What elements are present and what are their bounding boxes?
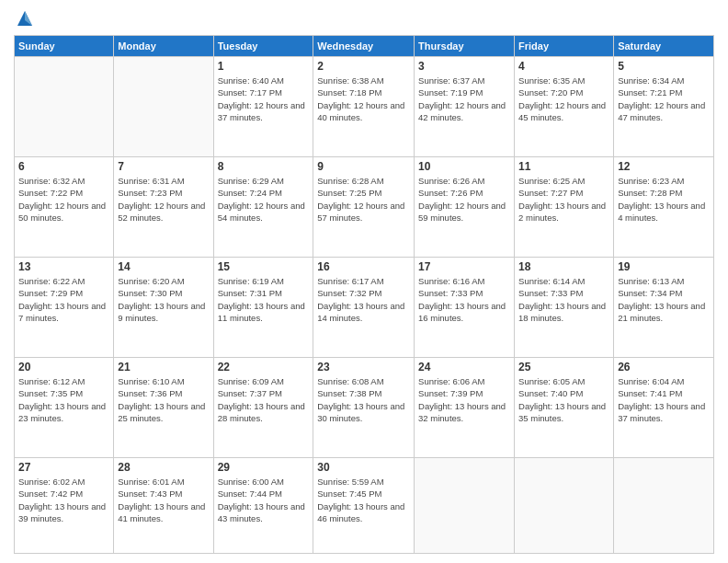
day-info: Sunrise: 6:01 AMSunset: 7:43 PMDaylight:… bbox=[118, 476, 209, 524]
calendar-cell: 17Sunrise: 6:16 AMSunset: 7:33 PMDayligh… bbox=[415, 258, 515, 358]
day-number: 29 bbox=[218, 461, 310, 474]
day-number: 12 bbox=[618, 160, 710, 173]
day-number: 4 bbox=[518, 60, 609, 73]
calendar-header-friday: Friday bbox=[515, 36, 614, 57]
calendar-cell: 2Sunrise: 6:38 AMSunset: 7:18 PMDaylight… bbox=[313, 57, 415, 157]
day-info: Sunrise: 6:25 AMSunset: 7:27 PMDaylight:… bbox=[518, 175, 609, 224]
calendar-cell: 28Sunrise: 6:01 AMSunset: 7:43 PMDayligh… bbox=[114, 458, 213, 554]
day-info: Sunrise: 6:19 AMSunset: 7:31 PMDaylight:… bbox=[218, 275, 310, 324]
calendar-week-0: 1Sunrise: 6:40 AMSunset: 7:17 PMDaylight… bbox=[15, 57, 714, 157]
page: SundayMondayTuesdayWednesdayThursdayFrid… bbox=[0, 0, 728, 563]
calendar-cell: 13Sunrise: 6:22 AMSunset: 7:29 PMDayligh… bbox=[15, 258, 114, 358]
day-number: 26 bbox=[618, 361, 710, 373]
day-info: Sunrise: 6:34 AMSunset: 7:21 PMDaylight:… bbox=[618, 75, 710, 123]
day-number: 17 bbox=[418, 260, 510, 273]
day-number: 14 bbox=[118, 260, 209, 273]
day-info: Sunrise: 6:16 AMSunset: 7:33 PMDaylight:… bbox=[418, 275, 510, 324]
calendar-cell: 3Sunrise: 6:37 AMSunset: 7:19 PMDaylight… bbox=[415, 57, 515, 157]
calendar-cell: 23Sunrise: 6:08 AMSunset: 7:38 PMDayligh… bbox=[313, 358, 415, 458]
day-info: Sunrise: 6:13 AMSunset: 7:34 PMDaylight:… bbox=[618, 275, 710, 324]
day-info: Sunrise: 6:00 AMSunset: 7:44 PMDaylight:… bbox=[218, 476, 310, 524]
calendar-cell: 5Sunrise: 6:34 AMSunset: 7:21 PMDaylight… bbox=[614, 57, 714, 157]
day-number: 28 bbox=[118, 461, 209, 474]
day-number: 11 bbox=[518, 160, 609, 173]
calendar-cell: 18Sunrise: 6:14 AMSunset: 7:33 PMDayligh… bbox=[515, 258, 614, 358]
calendar-cell: 7Sunrise: 6:31 AMSunset: 7:23 PMDaylight… bbox=[114, 157, 213, 258]
day-number: 27 bbox=[18, 461, 109, 474]
calendar-cell: 9Sunrise: 6:28 AMSunset: 7:25 PMDaylight… bbox=[313, 157, 415, 258]
day-number: 16 bbox=[317, 260, 410, 273]
day-info: Sunrise: 6:02 AMSunset: 7:42 PMDaylight:… bbox=[18, 476, 109, 524]
calendar-cell: 26Sunrise: 6:04 AMSunset: 7:41 PMDayligh… bbox=[614, 358, 714, 458]
logo bbox=[14, 9, 34, 28]
day-number: 21 bbox=[118, 361, 209, 373]
day-info: Sunrise: 6:04 AMSunset: 7:41 PMDaylight:… bbox=[618, 375, 710, 424]
calendar-cell: 10Sunrise: 6:26 AMSunset: 7:26 PMDayligh… bbox=[415, 157, 515, 258]
day-info: Sunrise: 6:10 AMSunset: 7:36 PMDaylight:… bbox=[118, 375, 209, 424]
day-info: Sunrise: 6:23 AMSunset: 7:28 PMDaylight:… bbox=[618, 175, 710, 224]
header bbox=[14, 9, 714, 28]
day-number: 25 bbox=[518, 361, 609, 373]
day-info: Sunrise: 6:28 AMSunset: 7:25 PMDaylight:… bbox=[317, 175, 410, 224]
calendar-cell bbox=[15, 57, 114, 157]
calendar-cell: 20Sunrise: 6:12 AMSunset: 7:35 PMDayligh… bbox=[15, 358, 114, 458]
calendar-cell bbox=[415, 458, 515, 554]
day-info: Sunrise: 6:22 AMSunset: 7:29 PMDaylight:… bbox=[18, 275, 109, 324]
calendar-header-wednesday: Wednesday bbox=[313, 36, 415, 57]
calendar-cell: 24Sunrise: 6:06 AMSunset: 7:39 PMDayligh… bbox=[415, 358, 515, 458]
day-info: Sunrise: 6:12 AMSunset: 7:35 PMDaylight:… bbox=[18, 375, 109, 424]
calendar-cell: 8Sunrise: 6:29 AMSunset: 7:24 PMDaylight… bbox=[213, 157, 313, 258]
day-number: 22 bbox=[218, 361, 310, 373]
day-info: Sunrise: 6:17 AMSunset: 7:32 PMDaylight:… bbox=[317, 275, 410, 324]
calendar-cell: 19Sunrise: 6:13 AMSunset: 7:34 PMDayligh… bbox=[614, 258, 714, 358]
calendar-header-thursday: Thursday bbox=[415, 36, 515, 57]
day-number: 15 bbox=[218, 260, 310, 273]
day-number: 9 bbox=[317, 160, 410, 173]
calendar-cell: 4Sunrise: 6:35 AMSunset: 7:20 PMDaylight… bbox=[515, 57, 614, 157]
calendar-header-saturday: Saturday bbox=[614, 36, 714, 57]
calendar-cell: 21Sunrise: 6:10 AMSunset: 7:36 PMDayligh… bbox=[114, 358, 213, 458]
day-number: 2 bbox=[317, 60, 410, 73]
day-number: 13 bbox=[18, 260, 109, 273]
calendar-header-tuesday: Tuesday bbox=[213, 36, 313, 57]
day-info: Sunrise: 6:05 AMSunset: 7:40 PMDaylight:… bbox=[518, 375, 609, 424]
calendar-week-4: 27Sunrise: 6:02 AMSunset: 7:42 PMDayligh… bbox=[15, 458, 714, 554]
calendar-cell bbox=[515, 458, 614, 554]
calendar-header-monday: Monday bbox=[114, 36, 213, 57]
calendar-cell: 25Sunrise: 6:05 AMSunset: 7:40 PMDayligh… bbox=[515, 358, 614, 458]
calendar: SundayMondayTuesdayWednesdayThursdayFrid… bbox=[14, 35, 714, 554]
day-number: 10 bbox=[418, 160, 510, 173]
calendar-cell: 1Sunrise: 6:40 AMSunset: 7:17 PMDaylight… bbox=[213, 57, 313, 157]
day-number: 20 bbox=[18, 361, 109, 373]
day-number: 24 bbox=[418, 361, 510, 373]
day-info: Sunrise: 6:26 AMSunset: 7:26 PMDaylight:… bbox=[418, 175, 510, 224]
day-number: 23 bbox=[317, 361, 410, 373]
calendar-cell: 12Sunrise: 6:23 AMSunset: 7:28 PMDayligh… bbox=[614, 157, 714, 258]
calendar-cell: 30Sunrise: 5:59 AMSunset: 7:45 PMDayligh… bbox=[313, 458, 415, 554]
calendar-week-3: 20Sunrise: 6:12 AMSunset: 7:35 PMDayligh… bbox=[15, 358, 714, 458]
calendar-cell: 29Sunrise: 6:00 AMSunset: 7:44 PMDayligh… bbox=[213, 458, 313, 554]
calendar-cell: 16Sunrise: 6:17 AMSunset: 7:32 PMDayligh… bbox=[313, 258, 415, 358]
day-info: Sunrise: 6:35 AMSunset: 7:20 PMDaylight:… bbox=[518, 75, 609, 123]
day-number: 30 bbox=[317, 461, 410, 474]
day-info: Sunrise: 6:14 AMSunset: 7:33 PMDaylight:… bbox=[518, 275, 609, 324]
calendar-cell: 11Sunrise: 6:25 AMSunset: 7:27 PMDayligh… bbox=[515, 157, 614, 258]
day-info: Sunrise: 6:31 AMSunset: 7:23 PMDaylight:… bbox=[118, 175, 209, 224]
day-number: 5 bbox=[618, 60, 710, 73]
calendar-week-1: 6Sunrise: 6:32 AMSunset: 7:22 PMDaylight… bbox=[15, 157, 714, 258]
calendar-cell: 14Sunrise: 6:20 AMSunset: 7:30 PMDayligh… bbox=[114, 258, 213, 358]
day-info: Sunrise: 6:06 AMSunset: 7:39 PMDaylight:… bbox=[418, 375, 510, 424]
calendar-cell: 27Sunrise: 6:02 AMSunset: 7:42 PMDayligh… bbox=[15, 458, 114, 554]
day-info: Sunrise: 6:20 AMSunset: 7:30 PMDaylight:… bbox=[118, 275, 209, 324]
calendar-cell: 15Sunrise: 6:19 AMSunset: 7:31 PMDayligh… bbox=[213, 258, 313, 358]
calendar-header-sunday: Sunday bbox=[15, 36, 114, 57]
day-info: Sunrise: 6:37 AMSunset: 7:19 PMDaylight:… bbox=[418, 75, 510, 123]
calendar-cell: 22Sunrise: 6:09 AMSunset: 7:37 PMDayligh… bbox=[213, 358, 313, 458]
day-info: Sunrise: 6:08 AMSunset: 7:38 PMDaylight:… bbox=[317, 375, 410, 424]
calendar-header-row: SundayMondayTuesdayWednesdayThursdayFrid… bbox=[15, 36, 714, 57]
calendar-cell bbox=[614, 458, 714, 554]
day-info: Sunrise: 5:59 AMSunset: 7:45 PMDaylight:… bbox=[317, 476, 410, 524]
day-number: 18 bbox=[518, 260, 609, 273]
day-info: Sunrise: 6:09 AMSunset: 7:37 PMDaylight:… bbox=[218, 375, 310, 424]
logo-icon bbox=[16, 9, 34, 28]
